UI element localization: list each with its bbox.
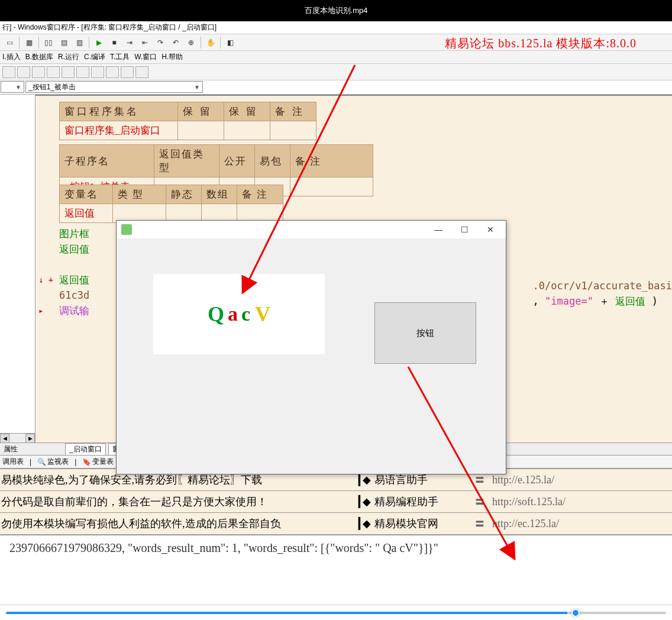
col-header: 保 留 (178, 102, 224, 121)
layout-button[interactable]: ▤ (57, 36, 71, 49)
align-button[interactable] (47, 66, 60, 78)
banner-text: 精易论坛 bbs.125.la 模块版本:8.0.0 (445, 35, 637, 51)
code-token: 返回值 (59, 243, 89, 255)
toolbar-button[interactable]: ◧ (223, 36, 237, 49)
col-header: 窗口程序集名 (60, 102, 178, 121)
button-label: 按钮 (416, 328, 434, 339)
cell[interactable] (290, 177, 373, 196)
col-header: 保 留 (224, 102, 270, 121)
layout-button[interactable]: ▥ (72, 36, 86, 49)
recognize-button[interactable]: 按钮 (374, 302, 476, 364)
stop-button[interactable]: ■ (107, 36, 121, 49)
captcha-image: Q a c V (153, 274, 325, 354)
output-label: ┃◆易语言助手 (356, 473, 474, 487)
captcha-char: a (228, 303, 238, 325)
menu-run[interactable]: R.运行 (58, 52, 79, 62)
output-row: 勿使用本模块编写有损他人利益的软件,造成的后果全部自负 ┃◆精易模块官网 〓ht… (0, 513, 672, 535)
menu-help[interactable]: H.帮助 (161, 52, 183, 62)
chevron-down-icon: ▼ (194, 84, 200, 91)
main-toolbar: ▭ ▦ ▯▯ ▤ ▥ ▶ ■ ⇥ ⇤ ↷ ↶ ⊕ ✋ ◧ 精易论坛 bbs.12… (0, 34, 672, 51)
menu-insert[interactable]: I.插入 (2, 52, 21, 62)
code-token: 调试输 (59, 305, 89, 317)
left-panel: ◀ ▶ (0, 95, 35, 443)
align-button[interactable] (62, 66, 75, 78)
tab-variables[interactable]: 🔖变量表 (82, 457, 114, 467)
video-title-bar: 百度本地识别.mp4 (0, 0, 672, 21)
output-panel: 易模块纯绿色,为了确保安全,请务必到〖精易论坛〗下载 ┃◆易语言助手 〓http… (0, 469, 672, 535)
output-row: 分代码是取自前辈们的，集合在一起只是方便大家使用！ ┃◆精易编程助手 〓http… (0, 491, 672, 513)
code-right-fragment: .0/ocr/v1/accurate_basi , "image=" ＋ 返回值… (533, 278, 672, 309)
toolbar-button[interactable]: ▦ (22, 36, 36, 49)
layout-button[interactable]: ▯▯ (41, 36, 56, 49)
menu-compile[interactable]: C.编译 (84, 52, 105, 62)
chevron-down-icon: ▼ (15, 84, 21, 91)
code-token: 返回值 (59, 274, 89, 286)
horizontal-scrollbar[interactable]: ◀ ▶ (0, 433, 35, 443)
toolbar-button[interactable]: ⊕ (184, 36, 198, 49)
tab-call-table[interactable]: 调用表 (2, 457, 24, 467)
step-button[interactable]: ↷ (153, 36, 167, 49)
col-header: 子程序名 (60, 145, 154, 177)
col-header: 备 注 (290, 145, 373, 177)
app-icon (121, 224, 132, 235)
col-header: 返回值类型 (154, 145, 219, 177)
output-url: 〓http://e.125.la/ (474, 473, 554, 487)
combo-small[interactable]: ▼ (1, 81, 24, 93)
progress-track[interactable] (6, 612, 666, 614)
align-button[interactable] (76, 66, 89, 78)
align-button[interactable] (17, 66, 30, 78)
step-button[interactable]: ⇥ (122, 36, 137, 49)
menu-tools[interactable]: T.工具 (110, 52, 130, 62)
cell[interactable] (178, 121, 224, 140)
align-button[interactable] (135, 66, 148, 78)
code-token: ) (652, 295, 658, 307)
hand-tool-icon[interactable]: ✋ (203, 36, 218, 49)
code-token: , (533, 295, 545, 307)
align-button[interactable] (106, 66, 119, 78)
output-text: 易模块纯绿色,为了确保安全,请务必到〖精易论坛〗下载 (1, 473, 356, 487)
menu-bar: I.插入 B.数据库 R.运行 C.编译 T.工具 W.窗口 H.帮助 (0, 51, 672, 64)
align-toolbar (0, 64, 672, 80)
tag-icon: 🔖 (82, 458, 91, 466)
gutter-marker: ↓ + (38, 272, 53, 288)
align-button[interactable] (121, 66, 134, 78)
runtime-window: — ☐ ✕ Q a c V 按钮 (116, 220, 506, 474)
code-token: ＋ (599, 295, 615, 307)
col-header: 备 注 (237, 185, 283, 204)
captcha-char: c (241, 303, 250, 325)
maximize-button[interactable]: ☐ (451, 221, 477, 238)
editor-tab[interactable]: _启动窗口 (65, 443, 106, 456)
minimize-button[interactable]: — (425, 221, 451, 238)
video-title: 百度本地识别.mp4 (305, 5, 368, 16)
progress-thumb[interactable] (571, 609, 580, 617)
close-button[interactable]: ✕ (477, 221, 503, 238)
captcha-char: Q (208, 302, 224, 327)
col-header: 静态 (166, 185, 202, 204)
align-button[interactable] (2, 66, 15, 78)
cell[interactable]: 窗口程序集_启动窗口 (60, 121, 178, 140)
step-button[interactable]: ⇤ (138, 36, 152, 49)
scroll-left-icon[interactable]: ◀ (0, 434, 9, 443)
align-button[interactable] (91, 66, 104, 78)
subroutine-selector[interactable]: _按钮1_被单击 ▼ (25, 81, 203, 93)
code-token: 图片框 (59, 228, 89, 240)
gutter-marker: ▸ (38, 303, 43, 318)
json-result-row: 2397066671979086329, "words_result_num":… (0, 535, 672, 561)
toolbar-button[interactable]: ▭ (2, 36, 17, 49)
tab-watch[interactable]: 🔍监视表 (37, 457, 69, 467)
col-header: 易包 (255, 145, 290, 177)
menu-database[interactable]: B.数据库 (25, 52, 53, 62)
cell[interactable]: 返回值 (60, 204, 113, 223)
cell[interactable] (224, 121, 270, 140)
window-titlebar[interactable]: — ☐ ✕ (117, 221, 506, 238)
cell[interactable] (270, 121, 316, 140)
col-header: 备 注 (270, 102, 316, 121)
step-button[interactable]: ↶ (169, 36, 183, 49)
align-button[interactable] (32, 66, 45, 78)
code-token: 61c3d (59, 289, 89, 301)
video-progress-bar[interactable] (0, 605, 672, 620)
selector-row: ▼ _按钮1_被单击 ▼ (0, 80, 672, 95)
run-button[interactable]: ▶ (92, 36, 106, 49)
menu-window[interactable]: W.窗口 (134, 52, 157, 62)
scroll-right-icon[interactable]: ▶ (25, 434, 35, 443)
